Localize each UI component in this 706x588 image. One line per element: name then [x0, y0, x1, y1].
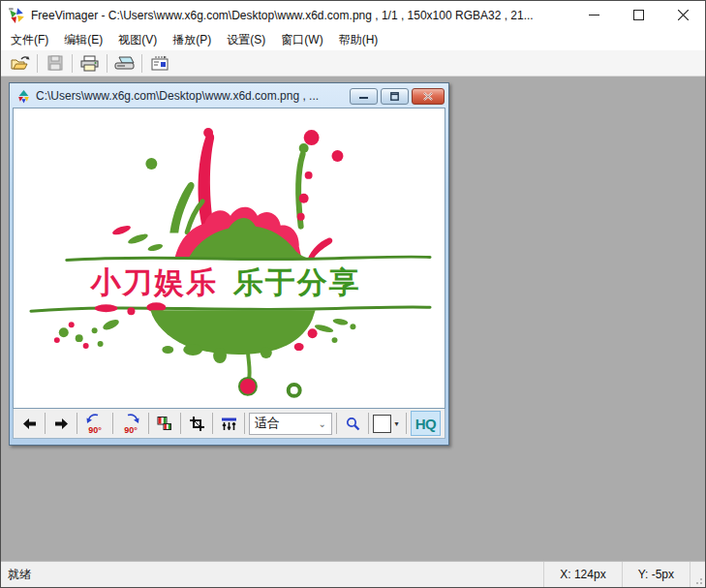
magnifier-icon — [346, 417, 360, 431]
app-title: FreeVimager - C:\Users\www.x6g.com\Deskt… — [31, 9, 571, 22]
crop-icon — [190, 417, 204, 431]
rotate-left-icon — [85, 412, 105, 423]
main-toolbar — [1, 50, 705, 77]
toolbar-separator — [406, 413, 407, 434]
scanner-icon — [114, 55, 135, 71]
zoom-tool-button[interactable] — [339, 411, 366, 436]
child-titlebar[interactable]: C:\Users\www.x6g.com\Desktop\www.x6d.com… — [13, 84, 445, 108]
child-minimize-button[interactable] — [350, 88, 378, 105]
splash-image: 小刀娱乐 乐于分享 — [14, 108, 445, 408]
resize-grip-icon — [693, 575, 703, 585]
menu-item-help[interactable]: 帮助(H) — [331, 30, 386, 50]
child-close-button[interactable] — [412, 88, 445, 105]
toolbar-separator — [141, 54, 142, 73]
scan-button[interactable] — [110, 52, 138, 75]
crop-button[interactable] — [183, 411, 210, 436]
levels-button[interactable] — [215, 411, 242, 436]
toolbar-separator — [180, 413, 181, 434]
minimize-button[interactable] — [571, 1, 616, 29]
status-right-panels: X: 124px Y: -5px — [543, 562, 705, 587]
app-titlebar: FreeVimager - C:\Users\www.x6g.com\Deskt… — [1, 1, 705, 29]
arrow-right-icon — [54, 418, 69, 430]
hq-toggle-button[interactable]: HQ — [411, 411, 441, 436]
child-title: C:\Users\www.x6g.com\Desktop\www.x6d.com… — [36, 89, 347, 103]
color-adjust-button[interactable] — [151, 411, 178, 436]
brand-text-red: 小刀娱乐 — [90, 265, 218, 299]
fit-mode-select[interactable]: 适合 ⌄ — [249, 413, 332, 435]
app-logo-icon — [8, 7, 25, 24]
arrow-left-icon — [22, 418, 37, 430]
window-controls — [571, 1, 705, 29]
toolbar-separator — [107, 54, 107, 73]
batch-window-button[interactable] — [145, 52, 173, 75]
rotate-right-label: 90° — [124, 426, 138, 435]
print-button[interactable] — [76, 52, 104, 75]
child-document-icon — [16, 89, 31, 104]
toolbar-separator — [244, 413, 245, 434]
save-floppy-icon — [47, 55, 63, 71]
cursor-y-readout: Y: -5px — [622, 562, 690, 587]
toolbar-separator — [72, 54, 73, 73]
freevimager-window: FreeVimager - C:\Users\www.x6g.com\Deskt… — [0, 0, 706, 588]
status-text: 就绪 — [8, 567, 31, 583]
close-button[interactable] — [660, 1, 705, 29]
chevron-down-icon: ⌄ — [319, 418, 326, 429]
menu-item-edit[interactable]: 编辑(E) — [56, 30, 110, 50]
menu-item-file[interactable]: 文件(F) — [3, 30, 56, 50]
save-button[interactable] — [41, 52, 69, 75]
background-color-swatch-button[interactable] — [373, 415, 391, 433]
menu-item-window[interactable]: 窗口(W) — [273, 30, 330, 50]
child-toolbar: 90° 90° — [13, 409, 445, 439]
close-icon — [678, 10, 689, 20]
menu-item-settings[interactable]: 设置(S) — [219, 30, 273, 50]
rotate-left-button[interactable]: 90° — [79, 411, 110, 436]
prev-image-button[interactable] — [15, 411, 43, 436]
status-bar: 就绪 X: 124px Y: -5px — [1, 561, 705, 587]
toolbar-separator — [77, 413, 77, 434]
child-restore-button[interactable] — [381, 88, 409, 105]
caret-down-icon[interactable]: ▾ — [391, 415, 402, 433]
toolbar-separator — [112, 413, 113, 434]
levels-icon — [221, 417, 237, 431]
toolbar-separator — [148, 413, 149, 434]
menu-item-play[interactable]: 播放(P) — [165, 30, 219, 50]
maximize-icon — [633, 10, 644, 20]
maximize-button[interactable] — [616, 1, 660, 29]
color-swatches-icon — [157, 416, 172, 431]
image-document-window: C:\Users\www.x6g.com\Desktop\www.x6d.com… — [9, 82, 449, 446]
mdi-workspace: C:\Users\www.x6g.com\Desktop\www.x6d.com… — [1, 77, 705, 561]
open-folder-icon — [10, 55, 30, 72]
toolbar-separator — [368, 413, 369, 434]
image-viewport[interactable]: 小刀娱乐 乐于分享 — [13, 108, 445, 409]
cursor-x-readout: X: 124px — [543, 562, 621, 587]
minimize-icon — [589, 10, 599, 20]
child-close-icon — [423, 92, 433, 101]
toolbar-separator — [37, 54, 38, 73]
toolbar-separator — [336, 413, 337, 434]
rotate-right-icon — [121, 412, 140, 423]
brand-text-green: 乐于分享 — [232, 265, 360, 299]
menu-bar: 文件(F) 编辑(E) 视图(V) 播放(P) 设置(S) 窗口(W) 帮助(H… — [1, 29, 705, 50]
next-image-button[interactable] — [47, 411, 75, 436]
printer-icon — [80, 55, 99, 72]
batch-window-icon — [151, 56, 169, 71]
toolbar-separator — [45, 413, 46, 434]
open-button[interactable] — [6, 52, 34, 75]
background-color-picker: ▾ — [371, 411, 404, 436]
toolbar-separator — [212, 413, 213, 434]
resize-grip[interactable] — [690, 562, 705, 587]
child-minimize-icon — [359, 92, 368, 100]
menu-item-view[interactable]: 视图(V) — [110, 30, 165, 50]
rotate-left-label: 90° — [88, 426, 102, 435]
fit-mode-value: 适合 — [255, 415, 280, 432]
rotate-right-button[interactable]: 90° — [115, 411, 146, 436]
child-restore-icon — [390, 92, 399, 101]
